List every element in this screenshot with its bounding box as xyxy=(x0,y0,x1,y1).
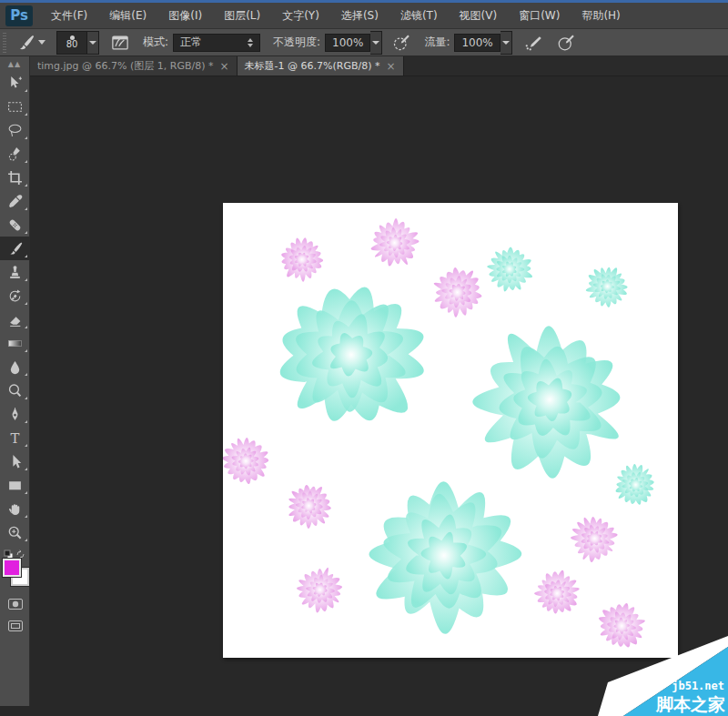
brush-tool[interactable] xyxy=(0,237,30,260)
menu-item-6[interactable]: 选择(S) xyxy=(330,3,389,29)
flyout-indicator xyxy=(25,302,27,305)
rectangle-tool[interactable] xyxy=(0,473,30,497)
path-select-tool[interactable] xyxy=(0,449,30,473)
flyout-indicator xyxy=(25,255,27,257)
brush-tool-icon xyxy=(7,241,23,257)
pen-tool[interactable] xyxy=(0,402,30,426)
small-cyan-flower xyxy=(586,267,628,308)
opacity-dropdown-button[interactable] xyxy=(370,31,382,55)
chevron-down-icon xyxy=(372,41,379,45)
flow-field[interactable]: 100% xyxy=(454,34,500,52)
toggle-brush-panel-button[interactable] xyxy=(110,33,130,53)
screen-mode-button[interactable] xyxy=(0,615,30,637)
tab-close-icon[interactable]: × xyxy=(220,61,229,72)
lasso-tool-icon xyxy=(7,123,23,138)
menu-item-9[interactable]: 窗口(W) xyxy=(508,3,571,29)
color-swatches xyxy=(0,557,30,593)
menu-item-3[interactable]: 图像(I) xyxy=(157,3,213,29)
tab-close-icon[interactable]: × xyxy=(386,61,395,72)
history-brush-tool-icon xyxy=(7,288,23,304)
flyout-indicator xyxy=(25,113,27,116)
small-pink-flower xyxy=(288,485,330,529)
menu-item-1[interactable]: 文件(F) xyxy=(40,3,98,29)
rectangle-tool-icon xyxy=(7,478,23,493)
chevron-down-icon xyxy=(89,41,96,45)
spot-healing-tool[interactable] xyxy=(0,213,30,237)
opacity-label: 不透明度: xyxy=(273,35,320,50)
gradient-tool[interactable] xyxy=(0,331,30,355)
menu-item-10[interactable]: 帮助(H) xyxy=(571,3,631,29)
document-tab-1[interactable]: timg.jpg @ 66.7% (图层 1, RGB/8) *× xyxy=(30,56,238,76)
small-pink-flower xyxy=(281,237,323,281)
document-canvas[interactable] xyxy=(223,203,678,658)
flyout-indicator xyxy=(25,160,27,163)
flyout-indicator xyxy=(25,349,27,352)
photoshop-logo: Ps xyxy=(5,5,33,26)
mode-dropdown[interactable]: 正常 xyxy=(173,34,260,52)
large-cyan-flower xyxy=(369,481,521,633)
svg-text:T: T xyxy=(11,430,20,446)
flyout-indicator xyxy=(25,184,27,187)
flyout-indicator xyxy=(25,373,27,376)
menu-item-8[interactable]: 视图(V) xyxy=(449,3,509,29)
small-pink-flower xyxy=(534,570,580,614)
options-bar: 80 模式: 正常 不透明度: 100% 流量: 100% xyxy=(0,29,728,56)
type-tool[interactable]: T xyxy=(0,426,30,449)
airbrush-button[interactable] xyxy=(523,33,543,53)
default-colors-icon[interactable] xyxy=(4,546,14,555)
flow-dropdown-button[interactable] xyxy=(500,31,512,55)
pressure-opacity-button[interactable] xyxy=(391,33,411,53)
eraser-tool[interactable] xyxy=(0,308,30,331)
brush-size-picker[interactable]: 80 xyxy=(46,31,99,55)
pressure-size-button[interactable] xyxy=(556,33,576,53)
tool-preset-picker[interactable] xyxy=(15,33,46,53)
menu-item-4[interactable]: 图层(L) xyxy=(213,3,271,29)
chevron-down-icon xyxy=(502,41,510,45)
watermark-site-text: jb51.net xyxy=(672,680,724,692)
path-select-tool-icon xyxy=(7,454,23,469)
eyedropper-tool[interactable] xyxy=(0,189,30,213)
document-tab-bar: timg.jpg @ 66.7% (图层 1, RGB/8) *×未标题-1 @… xyxy=(30,56,728,76)
flyout-indicator xyxy=(25,444,27,447)
menu-item-2[interactable]: 编辑(E) xyxy=(98,3,157,29)
marquee-tool[interactable] xyxy=(0,95,30,118)
quick-mask-button[interactable] xyxy=(0,593,30,615)
history-brush-tool[interactable] xyxy=(0,284,30,308)
move-tool[interactable] xyxy=(0,71,30,95)
small-pink-flower xyxy=(371,218,420,267)
flyout-indicator xyxy=(25,89,27,92)
tab-title: 未标题-1 @ 66.7%(RGB/8) * xyxy=(245,59,380,73)
flyout-indicator xyxy=(25,136,27,139)
document-tab-2[interactable]: 未标题-1 @ 66.7%(RGB/8) *× xyxy=(238,56,404,76)
quick-selection-tool[interactable] xyxy=(0,142,30,166)
crop-tool[interactable] xyxy=(0,166,30,189)
chevron-down-icon xyxy=(38,40,46,45)
menu-item-5[interactable]: 文字(Y) xyxy=(271,3,330,29)
dodge-tool[interactable] xyxy=(0,378,30,402)
tab-title: timg.jpg @ 66.7% (图层 1, RGB/8) * xyxy=(37,59,214,73)
blur-tool[interactable] xyxy=(0,355,30,378)
small-cyan-flower xyxy=(487,247,532,291)
eraser-tool-icon xyxy=(7,312,23,328)
zoom-tool[interactable] xyxy=(0,520,30,544)
foreground-color-swatch[interactable] xyxy=(3,559,21,577)
flow-control[interactable]: 100% xyxy=(454,31,511,55)
canvas-area[interactable]: jb51.net 脚本之家 xyxy=(30,76,728,716)
clone-stamp-tool-icon xyxy=(7,265,23,280)
small-pink-flower xyxy=(571,517,618,562)
small-pink-flower xyxy=(223,438,268,484)
opacity-field[interactable]: 100% xyxy=(325,34,370,52)
opacity-control[interactable]: 100% xyxy=(325,31,382,55)
small-pink-flower xyxy=(297,568,342,613)
menu-item-7[interactable]: 滤镜(T) xyxy=(389,3,449,29)
hand-tool[interactable] xyxy=(0,497,30,520)
clone-stamp-tool[interactable] xyxy=(0,260,30,284)
flyout-indicator xyxy=(25,515,27,518)
tool-list: T xyxy=(0,71,29,544)
blur-tool-icon xyxy=(7,359,23,375)
tools-panel-grip[interactable]: ▲▲ xyxy=(0,56,29,71)
brush-size-dropdown-button[interactable] xyxy=(87,31,99,55)
swap-colors-icon[interactable] xyxy=(15,546,25,555)
lasso-tool[interactable] xyxy=(0,118,30,142)
tools-panel: ▲▲ T xyxy=(0,56,30,706)
